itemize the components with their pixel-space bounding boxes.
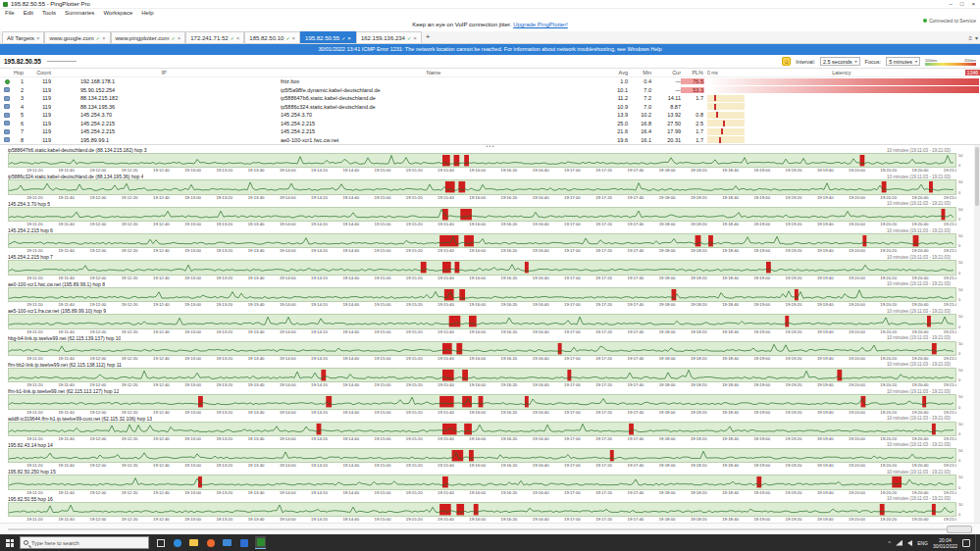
menu-item-edit[interactable]: Edit [24,9,33,18]
explorer-button[interactable] [188,536,199,549]
edge-button[interactable] [172,536,182,549]
time-tick-label: 19:19:20 [786,195,802,200]
tab-195-82-50-55[interactable]: 195.82.50.55✓× [300,31,356,43]
menu-item-help[interactable]: Help [141,9,153,18]
error-banner[interactable]: 30/01/2022 13:41 ICMP Error 1231: The ne… [0,44,980,55]
tab-172-241-71-52[interactable]: 172.241.71.52✓× [185,31,244,43]
tab-www-pingplotter-com[interactable]: www.pingplotter.com✓× [111,31,186,43]
table-row-hop-4[interactable]: 411988.134.195.36ip5886c324.static.kabel… [0,103,980,112]
time-tick-label: 19:12:00 [89,302,106,307]
packet-loss-marker [317,424,322,434]
start-button[interactable] [0,534,20,551]
volume-icon[interactable] [907,540,912,546]
promo-row: Connected to Service Keep an eye on VoIP… [0,18,980,31]
latency-plot[interactable] [8,448,956,463]
language-indicator[interactable]: ENG [917,540,928,546]
graph-scale: 500 [956,314,972,328]
tray-expand-icon[interactable]: ^ [888,540,891,546]
header-splitter[interactable] [47,61,77,62]
close-tab-icon[interactable]: × [102,35,106,41]
packet-loss-marker [439,396,454,407]
maximize-button[interactable]: □ [960,0,964,9]
scrollbar-thumb[interactable] [975,147,979,206]
time-tick-label: 19:16:00 [469,490,486,495]
latency-plot[interactable] [8,260,956,275]
table-row-hop-6[interactable]: 6119145.254.2.215145.254.2.21525.016.827… [0,120,980,128]
time-scrollbar[interactable] [0,523,980,534]
menu-item-workspace[interactable]: Workspace [103,9,132,18]
focus-select[interactable]: 5 minutes ▾ [886,57,920,66]
close-tab-icon[interactable]: × [413,35,417,41]
taskbar-search-input[interactable]: Type here to search [20,536,149,549]
table-row-hop-3[interactable]: 311988.134.215.182ip588647b6.static.kabe… [0,94,980,103]
table-row-hop-8[interactable]: 8119195.89.99.1ae0-100-xcr1.fwc.cw.net19… [0,136,980,145]
code-button[interactable] [238,536,249,549]
close-tab-icon[interactable]: × [178,35,181,41]
latency-plot[interactable] [8,153,956,168]
alert-smiley-icon[interactable]: ☺ [782,57,791,66]
latency-header-scale: 0 msLatency1346 [707,69,980,76]
tab-www-google-com[interactable]: www.google.com✓× [44,31,110,43]
time-tick-label: 19:20:00 [849,356,865,361]
firefox-button[interactable] [205,536,216,549]
time-scrollbar-thumb[interactable] [947,526,972,533]
latency-scale-max: 1346 [965,70,980,75]
add-tab-button[interactable]: + [422,31,435,43]
tab-all-targets[interactable]: All Targets× [2,31,44,43]
timeline-graph-hop: 195.82.43.14 hop 1410 minutes (19:11:03 … [8,442,972,469]
scale-min-label: 0 [958,325,972,329]
pingplotter-taskbar-button[interactable] [255,536,266,549]
close-tab-icon[interactable]: × [236,35,240,41]
time-tick-label: 19:14:00 [280,382,296,387]
close-button[interactable]: × [971,0,975,9]
latency-plot[interactable] [8,475,956,489]
action-center-icon[interactable] [962,539,970,547]
tab-162-159-136-234[interactable]: 162.159.136.234✓× [356,31,422,43]
latency-plot[interactable] [8,233,956,248]
tab-label: All Targets [7,35,34,41]
latency-plot[interactable] [8,422,956,436]
latency-plot[interactable] [8,179,956,194]
time-tick-label: 19:17:40 [627,195,644,200]
time-axis: 19:11:2019:11:4019:12:0019:12:2019:12:40… [8,490,956,496]
clock[interactable]: 20:04 30/01/2022 [933,537,957,549]
latency-plot[interactable] [8,314,956,328]
latency-plot[interactable] [8,207,956,222]
tab-185-82-50-10[interactable]: 185.82.50.10✓× [244,31,300,43]
tab-scroll-icon[interactable]: ▾ [975,34,978,41]
table-row-hop-5[interactable]: 5119145.254.3.70145.254.3.7013.910.213.9… [0,111,980,120]
packet-loss-marker [474,504,479,515]
menu-item-file[interactable]: File [5,9,15,18]
table-row-hop-7[interactable]: 7119145.254.2.215145.254.2.21521.616.417… [0,127,980,136]
vertical-scrollbar[interactable] [974,145,980,523]
upgrade-link[interactable]: Upgrade PingPlotter! [513,22,568,27]
latency-plot[interactable] [8,341,956,356]
close-tab-icon[interactable]: × [347,35,351,41]
latency-plot[interactable] [8,287,956,302]
table-row-hop-1[interactable]: 1119192.168.178.1fritz.box1.00.4—76.5 [0,77,980,86]
menu-item-summaries[interactable]: Summaries [65,9,94,18]
close-tab-icon[interactable]: × [292,35,296,41]
latency-line [9,236,954,244]
menu-item-tools[interactable]: Tools [42,9,56,18]
latency-plot[interactable] [8,502,956,517]
interval-select[interactable]: 2.5 seconds ▾ [820,57,860,66]
packet-loss-marker [464,235,474,246]
time-tick-label: 19:18:20 [691,356,707,361]
mail-button[interactable] [222,536,232,549]
pingplotter-window: 195.82.50.55 - PingPlotter Pro – □ × Fil… [0,0,980,551]
time-tick-label: 19:13:40 [248,382,265,387]
hop-count: 119 [24,78,51,84]
close-tab-icon[interactable]: × [36,35,40,41]
show-desktop-button[interactable] [975,534,978,551]
table-row-hop-2[interactable]: 211995.90.152.254ip5f5a98fe.dynamic.kabe… [0,86,980,95]
minimize-button[interactable]: – [950,0,953,9]
tab-list-icon[interactable]: ≡ [968,35,972,41]
latency-plot[interactable] [8,368,956,382]
network-icon[interactable] [896,540,903,546]
packet-loss-marker [464,155,469,166]
splitter-handle[interactable]: • • • [0,144,980,148]
time-tick-label: 19:16:00 [469,168,486,173]
task-view-button[interactable] [155,536,166,549]
latency-plot[interactable] [8,394,956,409]
